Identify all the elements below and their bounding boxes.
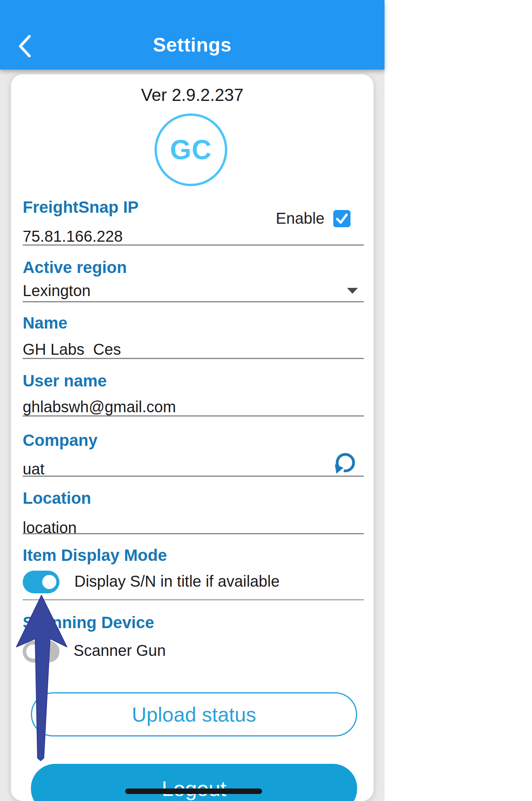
upload-status-button[interactable]: Upload status	[31, 692, 357, 736]
company-label: Company	[23, 431, 97, 450]
dropdown-arrow-icon[interactable]	[347, 288, 358, 294]
logout-button[interactable]: Logout	[31, 764, 357, 801]
item-display-mode-label: Item Display Mode	[23, 546, 167, 565]
ip-input[interactable]: 75.81.166.228	[23, 227, 123, 245]
enable-checkbox[interactable]	[333, 210, 350, 227]
scanning-device-label: Scanning Device	[23, 613, 154, 632]
name-input[interactable]: GH Labs Ces	[23, 340, 121, 358]
refresh-icon	[333, 452, 357, 476]
display-sn-label: Display S/N in title if available	[74, 573, 280, 590]
user-name-label: User name	[23, 372, 107, 390]
username-underline	[23, 415, 364, 417]
page-title: Settings	[0, 34, 385, 56]
company-underline	[23, 476, 364, 477]
region-select[interactable]: Lexington	[23, 282, 90, 300]
name-label: Name	[23, 314, 67, 332]
freightsnap-ip-label: FreightSnap IP	[23, 198, 138, 217]
avatar-initials: GC	[170, 134, 212, 165]
settings-card: Ver 2.9.2.237 GC FreightSnap IP Enable 7…	[11, 74, 374, 801]
toggle-knob	[26, 645, 40, 659]
ip-underline	[23, 244, 364, 246]
scanner-gun-label: Scanner Gun	[74, 642, 166, 659]
enable-label: Enable	[276, 210, 325, 227]
checkmark-icon	[333, 210, 350, 227]
display-sn-toggle[interactable]	[23, 571, 59, 593]
avatar: GC	[155, 113, 227, 186]
version-text: Ver 2.9.2.237	[11, 85, 374, 105]
scanner-gun-toggle[interactable]	[23, 641, 59, 663]
location-underline	[23, 533, 364, 534]
header-bar: Settings	[0, 0, 385, 70]
settings-screen: Settings Ver 2.9.2.237 GC FreightSnap IP…	[0, 0, 532, 801]
section-divider	[23, 599, 364, 600]
refresh-company-button[interactable]	[333, 452, 357, 476]
active-region-label: Active region	[23, 258, 127, 277]
username-input[interactable]: ghlabswh@gmail.com	[23, 398, 176, 416]
region-underline	[23, 301, 364, 302]
toggle-knob	[42, 575, 56, 589]
home-indicator[interactable]	[125, 788, 262, 794]
location-label: Location	[23, 489, 91, 508]
name-underline	[23, 358, 364, 359]
